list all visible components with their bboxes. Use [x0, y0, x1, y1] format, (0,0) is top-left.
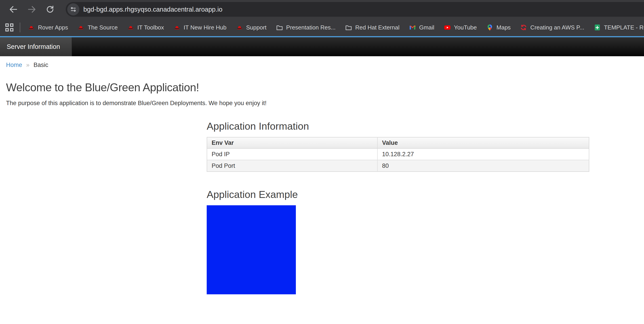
- bookmarks-divider: [20, 22, 20, 32]
- apps-grid-icon[interactable]: [5, 23, 14, 31]
- page-title: Welcome to the Blue/Green Application!: [6, 81, 644, 94]
- gmail-icon: [409, 24, 416, 31]
- bookmark-folder-red-hat-external[interactable]: Red Hat External: [340, 24, 404, 31]
- maps-icon: [486, 24, 494, 31]
- bookmark-it-new-hire-hub[interactable]: IT New Hire Hub: [169, 24, 231, 31]
- cell-pod-ip-value: 10.128.2.27: [378, 148, 589, 160]
- bookmark-maps[interactable]: Maps: [482, 24, 516, 31]
- url-text[interactable]: bgd-bgd.apps.rhgsyqso.canadacentral.aroa…: [83, 6, 222, 13]
- bookmark-label: Support: [246, 24, 266, 31]
- table-row: Pod IP 10.128.2.27: [207, 148, 589, 160]
- bookmark-gmail[interactable]: Gmail: [404, 24, 439, 31]
- redhat-icon: [236, 24, 243, 31]
- nav-tab-label: Server Information: [7, 43, 60, 50]
- browser-toolbar: bgd-bgd.apps.rhgsyqso.canadacentral.aroa…: [0, 0, 644, 19]
- bookmark-label: Maps: [496, 24, 511, 31]
- nav-tab-server-information[interactable]: Server Information: [0, 37, 72, 56]
- app-info-table: Env Var Value Pod IP 10.128.2.27 Pod Por…: [207, 137, 589, 172]
- application-example-title: Application Example: [207, 189, 589, 200]
- bookmark-label: Creating an AWS P...: [530, 24, 584, 31]
- bookmark-creating-an-aws-p[interactable]: Creating an AWS P...: [515, 24, 589, 31]
- url-bar[interactable]: bgd-bgd.apps.rhgsyqso.canadacentral.aroa…: [66, 2, 644, 17]
- bookmark-label: Gmail: [419, 24, 434, 31]
- bookmark-label: Red Hat External: [355, 24, 400, 31]
- openshift-icon: [520, 24, 527, 31]
- bookmark-youtube[interactable]: YouTube: [439, 24, 482, 31]
- page-subtitle: The purpose of this application is to de…: [6, 100, 644, 107]
- forward-button[interactable]: [26, 3, 38, 15]
- breadcrumb-separator: »: [26, 62, 30, 68]
- bookmark-label: The Source: [88, 24, 118, 31]
- reload-icon: [45, 4, 55, 14]
- bookmark-it-toolbox[interactable]: IT Toolbox: [122, 24, 169, 31]
- back-icon: [8, 4, 18, 14]
- page-content: Home » Basic Welcome to the Blue/Green A…: [0, 56, 644, 294]
- bookmark-label: Rover Apps: [38, 24, 68, 31]
- back-button[interactable]: [8, 3, 19, 15]
- folder-icon: [276, 24, 283, 31]
- forward-icon: [27, 4, 37, 14]
- info-sections: Application Information Env Var Value Po…: [207, 121, 589, 294]
- reload-button[interactable]: [44, 3, 56, 15]
- bookmark-folder-presentation-res[interactable]: Presentation Res...: [271, 24, 340, 31]
- deployment-color-swatch: [207, 205, 296, 294]
- application-information-title: Application Information: [207, 121, 589, 132]
- breadcrumb-home-link[interactable]: Home: [6, 62, 22, 68]
- bookmark-support[interactable]: Support: [231, 24, 271, 31]
- bookmarks-bar: Rover Apps The Source IT Toolbox IT New …: [0, 19, 644, 36]
- cell-pod-ip-label: Pod IP: [207, 148, 378, 160]
- bookmark-the-source[interactable]: The Source: [72, 24, 122, 31]
- folder-icon: [345, 24, 352, 31]
- col-header-value: Value: [378, 137, 589, 148]
- bookmark-label: IT Toolbox: [138, 24, 164, 31]
- site-info-button[interactable]: [67, 3, 79, 15]
- app-navbar: Server Information: [0, 37, 644, 56]
- breadcrumb: Home » Basic: [6, 62, 644, 68]
- cell-pod-port-value: 80: [378, 160, 589, 171]
- sheets-icon: [594, 24, 601, 31]
- bookmark-label: TEMPLATE - Red...: [604, 24, 644, 31]
- bookmark-label: YouTube: [454, 24, 477, 31]
- table-header-row: Env Var Value: [207, 137, 589, 148]
- bookmark-template-red[interactable]: TEMPLATE - Red...: [589, 24, 644, 31]
- tune-icon: [70, 6, 77, 13]
- redhat-icon: [127, 24, 134, 31]
- table-row: Pod Port 80: [207, 160, 589, 171]
- cell-pod-port-label: Pod Port: [207, 160, 378, 171]
- bookmark-label: IT New Hire Hub: [184, 24, 226, 31]
- breadcrumb-current: Basic: [34, 62, 48, 68]
- redhat-icon: [77, 24, 84, 31]
- redhat-icon: [28, 24, 35, 31]
- bookmark-rover-apps[interactable]: Rover Apps: [23, 24, 72, 31]
- col-header-env-var: Env Var: [207, 137, 378, 148]
- youtube-icon: [444, 24, 451, 31]
- redhat-icon: [174, 24, 180, 31]
- bookmark-label: Presentation Res...: [286, 24, 336, 31]
